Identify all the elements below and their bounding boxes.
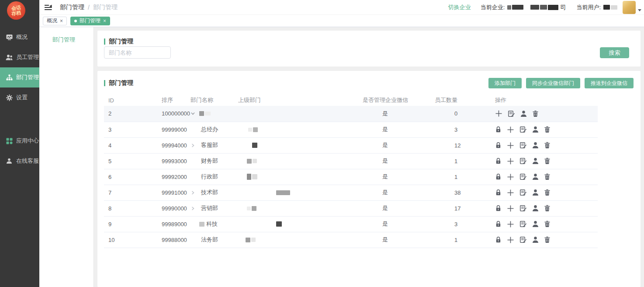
add-sub-department-icon[interactable]: [507, 126, 514, 133]
table-row[interactable]: 5 99993000 财务部 是 1: [104, 153, 598, 169]
sidebar-item-settings[interactable]: 设置: [0, 88, 39, 108]
add-sub-department-icon[interactable]: [495, 110, 502, 117]
sidebar-item-app-center[interactable]: 应用中心: [0, 131, 39, 151]
search-button[interactable]: 搜索: [600, 47, 629, 58]
collapse-right-icon[interactable]: [190, 206, 195, 211]
add-sub-department-icon[interactable]: [507, 220, 514, 228]
expand-down-icon[interactable]: [190, 111, 195, 116]
table-row[interactable]: 10 99988000 法务部 是 1: [104, 232, 598, 248]
delete-icon[interactable]: [544, 220, 551, 228]
department-members-icon[interactable]: [532, 173, 539, 180]
delete-icon[interactable]: [544, 158, 551, 164]
push-to-wework-button[interactable]: 推送到企业微信: [585, 78, 634, 88]
table-card-title-text: 部门管理: [109, 79, 133, 87]
sidebar-item-overview[interactable]: 概况: [0, 27, 39, 47]
current-company-label: 当前企业:: [481, 4, 505, 11]
edit-icon[interactable]: [508, 110, 515, 117]
cell-sort: 99999000: [157, 122, 186, 137]
collapse-sidebar-button[interactable]: [45, 4, 52, 10]
department-name: 科技: [206, 220, 218, 228]
title-accent-bar: [104, 80, 105, 86]
edit-icon[interactable]: [519, 236, 527, 243]
cell-employee-count: 17: [430, 200, 491, 216]
table-row[interactable]: 6 99992000 行政部 是 1: [104, 169, 598, 185]
add-sub-department-icon[interactable]: [507, 236, 514, 244]
departments-icon: [6, 74, 13, 80]
department-members-icon[interactable]: [532, 142, 539, 149]
user-avatar[interactable]: [623, 1, 636, 14]
table-row[interactable]: 2 100000000 是 0: [104, 106, 598, 122]
delete-icon[interactable]: [544, 236, 551, 243]
sidebar-item-departments[interactable]: 部门管理: [0, 67, 39, 88]
add-sub-department-icon[interactable]: [507, 189, 514, 196]
sync-wework-departments-button[interactable]: 同步企业微信部门: [526, 78, 580, 88]
delete-icon[interactable]: [544, 205, 551, 212]
sidebar-item-employees[interactable]: 员工管理: [0, 47, 39, 67]
cell-employee-count: 3: [430, 216, 491, 232]
delete-icon[interactable]: [544, 173, 551, 180]
sidebar-spacer: [0, 108, 39, 131]
breadcrumb-item-first[interactable]: 部门管理: [60, 4, 84, 11]
department-name-input[interactable]: [104, 46, 171, 59]
delete-icon[interactable]: [544, 126, 551, 133]
lock-icon[interactable]: [495, 236, 502, 243]
lock-icon[interactable]: [495, 189, 502, 196]
close-tab-icon[interactable]: ×: [103, 18, 106, 24]
tab-departments[interactable]: 部门管理 ×: [70, 17, 110, 25]
table-row[interactable]: 9 99989000 科技 是 3: [104, 216, 598, 232]
add-department-button[interactable]: 添加部门: [488, 78, 522, 88]
sidebar-item-online-support[interactable]: 在线客服: [0, 151, 39, 171]
cell-id: 10: [104, 232, 157, 248]
edit-icon[interactable]: [519, 142, 527, 149]
user-menu-caret-icon[interactable]: [638, 9, 641, 11]
department-members-icon[interactable]: [532, 220, 539, 228]
close-tab-icon[interactable]: ×: [60, 18, 63, 24]
cell-employee-count: 3: [430, 122, 491, 137]
redaction-block: [524, 7, 530, 7]
collapse-right-icon[interactable]: [190, 190, 195, 195]
collapse-right-icon[interactable]: [190, 143, 195, 148]
current-user-label: 当前用户:: [576, 4, 601, 11]
edit-icon[interactable]: [519, 220, 527, 228]
tab-overview[interactable]: 概况 ×: [43, 17, 67, 25]
table-card-title: 部门管理: [104, 79, 133, 87]
cell-sort: 100000000: [157, 106, 186, 122]
edit-icon[interactable]: [519, 173, 527, 180]
table-row[interactable]: 8 99990000 营销部 是 17: [104, 200, 598, 216]
lock-icon[interactable]: [495, 142, 502, 149]
submenu-item-departments[interactable]: 部门管理: [39, 27, 93, 44]
edit-icon[interactable]: [519, 189, 527, 196]
department-members-icon[interactable]: [520, 110, 527, 117]
table-row[interactable]: 4 99994000 客服部 是 12: [104, 137, 598, 153]
redaction-block: [251, 238, 256, 242]
lock-icon[interactable]: [495, 205, 502, 212]
table-row[interactable]: 7 99991000 技术部 是 38: [104, 185, 598, 200]
add-sub-department-icon[interactable]: [507, 205, 514, 212]
redaction-block: [248, 128, 252, 132]
switch-company-link[interactable]: 切换企业: [448, 4, 471, 11]
lock-icon[interactable]: [495, 220, 502, 228]
add-sub-department-icon[interactable]: [507, 158, 514, 165]
cell-operations: [491, 122, 598, 137]
add-sub-department-icon[interactable]: [507, 173, 514, 181]
delete-icon[interactable]: [532, 110, 539, 117]
department-members-icon[interactable]: [532, 236, 539, 243]
cell-parent: [234, 122, 358, 137]
redaction-block: [247, 159, 252, 164]
lock-icon[interactable]: [495, 158, 502, 164]
cell-name: 科技: [186, 216, 234, 232]
lock-icon[interactable]: [495, 173, 502, 180]
delete-icon[interactable]: [544, 189, 551, 196]
edit-icon[interactable]: [519, 205, 527, 212]
edit-icon[interactable]: [519, 158, 527, 164]
sidebar-item-label: 部门管理: [16, 74, 39, 81]
delete-icon[interactable]: [544, 142, 551, 149]
table-row[interactable]: 3 99999000 总经办 是 3: [104, 122, 598, 137]
department-members-icon[interactable]: [532, 189, 539, 196]
edit-icon[interactable]: [519, 126, 527, 133]
department-members-icon[interactable]: [532, 126, 539, 133]
department-members-icon[interactable]: [532, 158, 539, 164]
add-sub-department-icon[interactable]: [507, 142, 514, 149]
lock-icon[interactable]: [495, 126, 502, 133]
department-members-icon[interactable]: [532, 205, 539, 212]
